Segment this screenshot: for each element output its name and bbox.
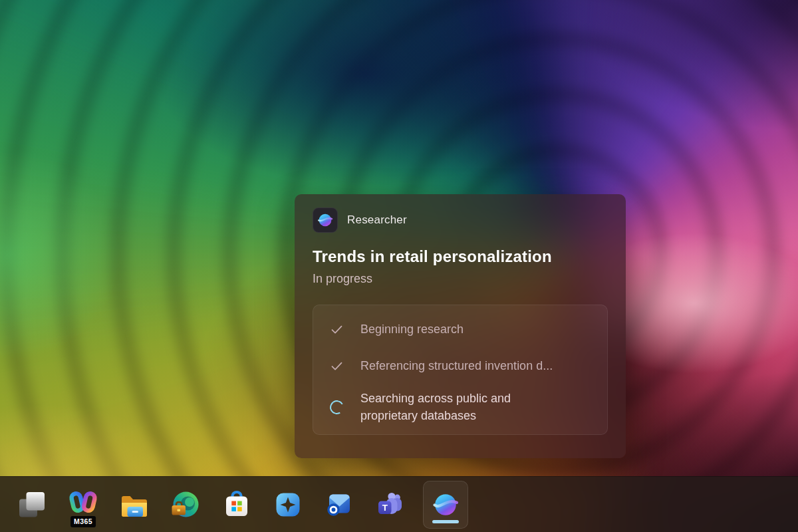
step-row-in-progress: Searching across public and proprietary … bbox=[329, 384, 595, 430]
active-app-indicator bbox=[432, 520, 459, 523]
card-header: Researcher bbox=[313, 207, 608, 233]
progress-steps-panel: Beginning research Referencing structure… bbox=[313, 305, 608, 435]
copilot-ribbon-icon bbox=[67, 489, 99, 521]
edge-briefcase-icon bbox=[170, 489, 201, 521]
step-row-completed: Referencing structured invention d... bbox=[329, 348, 595, 384]
taskbar: M365 bbox=[0, 476, 798, 532]
taskbar-item-task-view[interactable] bbox=[13, 481, 51, 529]
folder-icon bbox=[118, 489, 150, 521]
outlook-envelope-icon bbox=[323, 489, 355, 521]
step-label: Beginning research bbox=[360, 321, 464, 338]
teams-people-icon bbox=[374, 489, 406, 521]
researcher-planet-icon bbox=[317, 211, 334, 229]
taskbar-item-researcher-active[interactable] bbox=[423, 481, 468, 529]
step-row-completed: Beginning research bbox=[329, 311, 595, 348]
step-label: Searching across public and proprietary … bbox=[360, 390, 557, 424]
taskbar-item-microsoft-store[interactable] bbox=[218, 481, 255, 529]
taskbar-item-edge-for-business[interactable] bbox=[167, 481, 204, 529]
taskbar-item-outlook[interactable] bbox=[321, 481, 358, 529]
researcher-planet-icon bbox=[431, 490, 460, 519]
status-text: In progress bbox=[313, 272, 608, 286]
sync-sparkle-icon bbox=[272, 489, 304, 521]
taskbar-item-file-explorer[interactable] bbox=[116, 481, 153, 529]
store-bag-icon bbox=[221, 489, 253, 521]
taskbar-item-recall[interactable] bbox=[269, 481, 307, 529]
task-title: Trends in retail personalization bbox=[313, 247, 608, 266]
overlapping-windows-icon bbox=[16, 489, 48, 521]
check-icon bbox=[329, 359, 344, 373]
progress-spinner-icon bbox=[329, 400, 344, 414]
researcher-app-icon-tile bbox=[313, 207, 338, 233]
m365-badge: M365 bbox=[70, 516, 96, 527]
taskbar-item-teams[interactable] bbox=[372, 481, 409, 529]
check-icon bbox=[329, 323, 344, 336]
app-name: Researcher bbox=[347, 213, 407, 227]
researcher-progress-card[interactable]: Researcher Trends in retail personalizat… bbox=[295, 194, 626, 458]
taskbar-item-microsoft-365-copilot[interactable]: M365 bbox=[65, 481, 102, 529]
step-label: Referencing structured invention d... bbox=[360, 357, 553, 374]
